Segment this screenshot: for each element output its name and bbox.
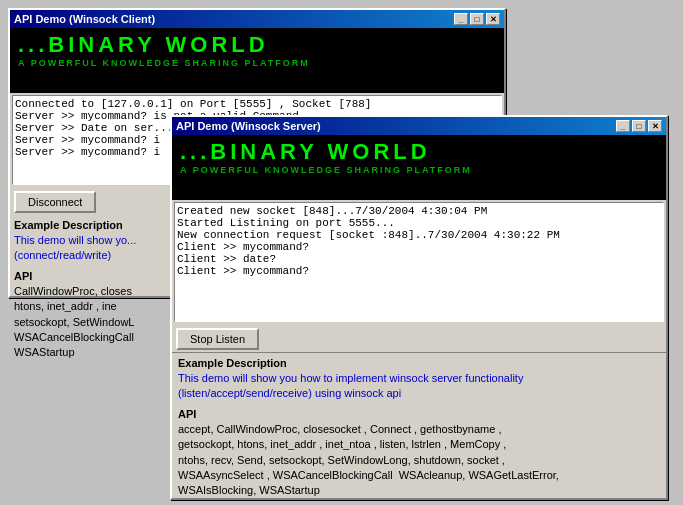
stop-listen-button[interactable]: Stop Listen [176,328,259,350]
server-title-label: API Demo (Winsock Server) [176,120,321,132]
client-left-panel: Disconnect Example Description This demo… [14,191,174,361]
client-example-label: Example Description [14,219,174,231]
client-title-buttons: _ □ ✕ [454,13,500,25]
log-line: Started Listining on port 5555... [177,217,661,229]
server-example-text: This demo will show you how to implement… [178,371,660,402]
server-maximize-button[interactable]: □ [632,120,646,132]
server-banner-title: ...BINARY WORLD [180,141,658,163]
client-close-button[interactable]: ✕ [486,13,500,25]
server-close-button[interactable]: ✕ [648,120,662,132]
client-banner: ...BINARY WORLD A POWERFUL KNOWLEDGE SHA… [10,28,504,93]
server-banner: ...BINARY WORLD A POWERFUL KNOWLEDGE SHA… [172,135,666,200]
server-api-text: accept, CallWindowProc, closesocket , Co… [178,422,660,499]
log-line: Client >> date? [177,253,661,265]
log-line: Client >> mycommand? [177,241,661,253]
server-title-buttons: _ □ ✕ [616,120,662,132]
server-minimize-button[interactable]: _ [616,120,630,132]
client-example-text: This demo will show yo...(connect/read/w… [14,233,174,264]
log-line: Connected to [127.0.0.1] on Port [5555] … [15,98,499,110]
client-title-label: API Demo (Winsock Client) [14,13,155,25]
client-maximize-button[interactable]: □ [470,13,484,25]
client-title-bar: API Demo (Winsock Client) _ □ ✕ [10,10,504,28]
client-api-text: CallWindowProc, closeshtons, inet_addr ,… [14,284,174,361]
client-banner-title: ...BINARY WORLD [18,34,496,56]
server-example-label: Example Description [178,357,660,369]
log-line: Client >> mycommand? [177,265,661,277]
server-window: API Demo (Winsock Server) _ □ ✕ ...BINAR… [170,115,668,500]
client-title-text: API Demo (Winsock Client) [14,13,155,25]
disconnect-button[interactable]: Disconnect [14,191,96,213]
server-desc-panel: Example Description This demo will show … [172,352,666,503]
server-log-area: Created new socket [848]...7/30/2004 4:3… [174,202,664,322]
client-api-label: API [14,270,174,282]
server-button-area: Stop Listen [172,324,666,352]
server-title-text: API Demo (Winsock Server) [176,120,321,132]
client-banner-subtitle: A POWERFUL KNOWLEDGE SHARING PLATFORM [18,58,496,68]
log-line: Created new socket [848]...7/30/2004 4:3… [177,205,661,217]
server-banner-subtitle: A POWERFUL KNOWLEDGE SHARING PLATFORM [180,165,658,175]
log-line: New connection request [socket :848]..7/… [177,229,661,241]
server-api-label: API [178,408,660,420]
client-minimize-button[interactable]: _ [454,13,468,25]
server-title-bar: API Demo (Winsock Server) _ □ ✕ [172,117,666,135]
